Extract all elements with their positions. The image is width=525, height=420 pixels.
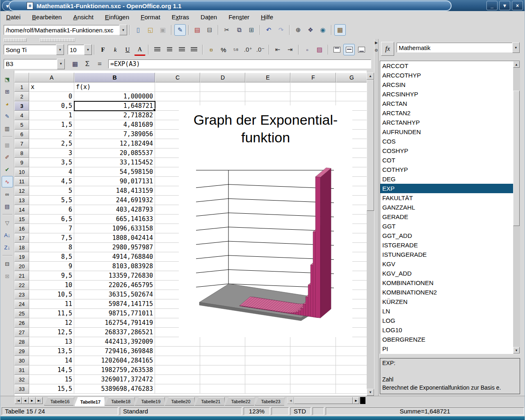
cell-A33[interactable]: 15,5: [29, 384, 74, 394]
menu-extras[interactable]: Extras: [166, 12, 195, 22]
scroll-up-icon[interactable]: ▲: [367, 73, 374, 80]
sheet-tab-tabelle17[interactable]: Tabelle17: [74, 397, 105, 406]
select-all-corner[interactable]: [14, 73, 29, 82]
auto-spellcheck-icon[interactable]: ∿: [2, 176, 13, 187]
minimize-button[interactable]: _: [486, 1, 498, 10]
url-dropdown-arrow-icon[interactable]: ▼: [119, 25, 127, 35]
function-item-gerade[interactable]: GERADE: [380, 212, 520, 221]
cell-B28[interactable]: 442413,392009: [74, 337, 155, 347]
cell-B8[interactable]: 20,085537: [74, 148, 155, 158]
function-item-ln[interactable]: LN: [380, 306, 520, 316]
menu-bearbeiten[interactable]: Bearbeiten: [26, 12, 68, 22]
menu-format[interactable]: Format: [135, 12, 166, 22]
cell-A22[interactable]: 10: [29, 281, 74, 290]
gallery-icon[interactable]: ▦: [334, 24, 346, 36]
cell-A11[interactable]: 4,5: [29, 177, 74, 186]
cell-G2[interactable]: [336, 92, 367, 101]
cell-B25[interactable]: 98715,771011: [74, 309, 155, 318]
function-item-kombinationen2[interactable]: KOMBINATIONEN2: [380, 288, 520, 297]
cell-G28[interactable]: [336, 337, 367, 347]
cell-A30[interactable]: 14: [29, 356, 74, 365]
cell-B14[interactable]: 403,428793: [74, 205, 155, 215]
cell-B23[interactable]: 36315,502674: [74, 290, 155, 299]
cell-B20[interactable]: 8103,083928: [74, 262, 155, 271]
percent-icon[interactable]: %: [218, 44, 229, 55]
row-header-1[interactable]: 1: [14, 82, 29, 92]
function-list-scrollbar[interactable]: ▲ ▼: [513, 61, 520, 354]
dock-handle[interactable]: [4, 38, 27, 42]
list-scroll-down-icon[interactable]: ▼: [513, 347, 520, 354]
draw-functions-icon[interactable]: ✎: [2, 110, 13, 122]
cell-A5[interactable]: 1,5: [29, 120, 74, 130]
sheet-tab-tabelle23[interactable]: Tabelle23: [255, 397, 285, 406]
font-name-dropdown-icon[interactable]: ▼: [56, 44, 64, 55]
row-header-14[interactable]: 14: [14, 205, 29, 215]
cell-D2[interactable]: [200, 92, 245, 101]
underline-icon[interactable]: U: [122, 44, 133, 55]
row-header-11[interactable]: 11: [14, 177, 29, 186]
row-header-29[interactable]: 29: [14, 347, 29, 356]
function-item-log10[interactable]: LOG10: [380, 325, 520, 335]
function-item-istungerade[interactable]: ISTUNGERADE: [380, 250, 520, 259]
align-left-icon[interactable]: [151, 44, 163, 55]
status-insert-mode[interactable]: STD: [290, 407, 311, 415]
name-box-dropdown-icon[interactable]: ▼: [57, 59, 65, 69]
cell-F29[interactable]: [290, 347, 336, 356]
font-size-combobox[interactable]: ▼: [68, 45, 92, 55]
row-header-3[interactable]: 3: [14, 101, 29, 111]
row-header-24[interactable]: 24: [14, 299, 29, 309]
open-folder-icon[interactable]: ◱: [145, 24, 156, 36]
cell-A26[interactable]: 12: [29, 318, 74, 328]
row-header-25[interactable]: 25: [14, 309, 29, 318]
panel-collapse-arrow-icon[interactable]: ▶: [375, 41, 378, 45]
next-sheet-icon[interactable]: ▶: [29, 397, 36, 404]
insert-chart-icon[interactable]: ◕: [2, 98, 13, 110]
sheet-tab-tabelle20[interactable]: Tabelle20: [165, 397, 195, 406]
cell-D33[interactable]: [200, 384, 245, 394]
category-dropdown-icon[interactable]: ▼: [512, 42, 520, 53]
cell-G32[interactable]: [336, 375, 367, 384]
cell-E31[interactable]: [245, 365, 290, 375]
function-item-exp[interactable]: EXP: [380, 184, 520, 193]
cell-B5[interactable]: 4,481689: [74, 120, 155, 130]
maximize-button[interactable]: ▼: [499, 1, 510, 10]
cell-B1[interactable]: f(x): [74, 82, 155, 92]
sort-ascending-icon[interactable]: A↓: [2, 229, 13, 241]
spellcheck-icon[interactable]: ✔: [2, 164, 13, 175]
function-item-arctan2[interactable]: ARCTAN2: [380, 108, 520, 118]
function-autopilot-icon[interactable]: ▦: [69, 58, 81, 70]
delete-decimal-icon[interactable]: .0⁻: [255, 44, 266, 55]
function-item-log[interactable]: LOG: [380, 316, 520, 325]
cell-C29[interactable]: [155, 347, 200, 356]
italic-icon[interactable]: k: [110, 44, 121, 55]
edit-mode-icon[interactable]: ✎: [174, 24, 186, 36]
cell-C1[interactable]: [155, 82, 200, 92]
navigator-icon[interactable]: ⊕: [292, 24, 304, 36]
function-item-ggt_add[interactable]: GGT_ADD: [380, 231, 520, 240]
cell-A6[interactable]: 2: [29, 130, 74, 139]
row-header-20[interactable]: 20: [14, 262, 29, 271]
menu-ansicht[interactable]: Ansicht: [68, 12, 99, 22]
menu-daten[interactable]: Daten: [195, 12, 223, 22]
cell-A31[interactable]: 14,5: [29, 365, 74, 375]
name-box[interactable]: ▼: [4, 59, 65, 69]
function-item-cothyp[interactable]: COTHYP: [380, 165, 520, 174]
cell-E28[interactable]: [245, 337, 290, 347]
align-justify-icon[interactable]: [188, 44, 200, 55]
horizontal-scroll-thumb[interactable]: [294, 397, 353, 404]
menu-hilfe[interactable]: Hilfe: [255, 12, 279, 22]
cell-A18[interactable]: 8: [29, 243, 74, 252]
menu-datei[interactable]: Datei: [0, 12, 26, 22]
paste-icon[interactable]: ⊞: [246, 24, 257, 36]
status-page-style[interactable]: Standard: [120, 407, 242, 415]
filter-icon[interactable]: ▽: [2, 217, 13, 228]
bold-icon[interactable]: F: [97, 44, 109, 55]
cell-A8[interactable]: 3: [29, 148, 74, 158]
cell-F30[interactable]: [290, 356, 336, 365]
cell-F28[interactable]: [290, 337, 336, 347]
function-item-deg[interactable]: DEG: [380, 174, 520, 184]
embedded-chart[interactable]: Graph der Exponential- funktion: [179, 105, 352, 337]
hscroll-right-icon[interactable]: ▶: [353, 397, 359, 404]
function-item-kgv_add[interactable]: KGV_ADD: [380, 269, 520, 278]
column-header-B[interactable]: B: [74, 73, 155, 82]
